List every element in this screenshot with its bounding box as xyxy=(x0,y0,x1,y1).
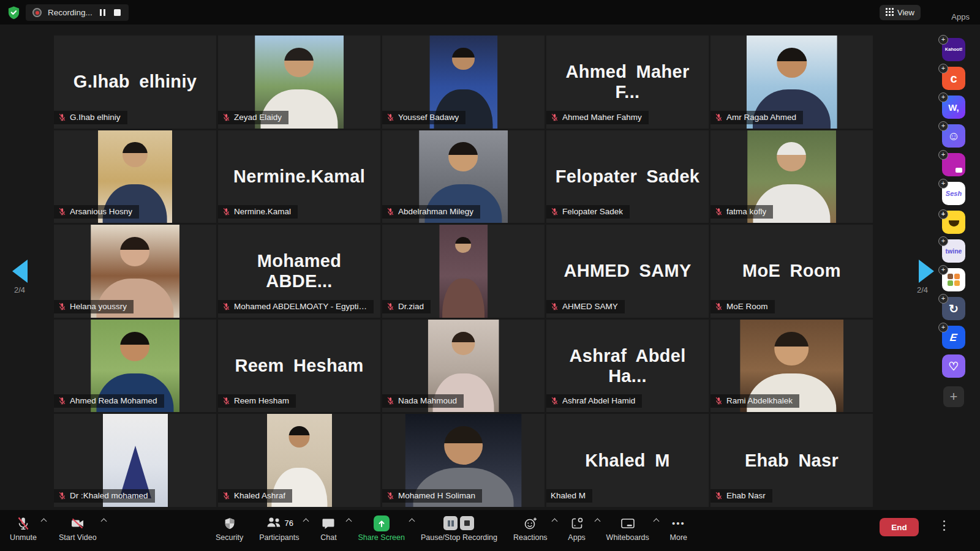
participant-tile[interactable]: Youssef Badawy xyxy=(382,36,545,129)
sidebar-app-laughing-emoji-icon[interactable] xyxy=(942,211,965,234)
top-bar: Recording... View Apps xyxy=(0,0,980,24)
participant-tile[interactable]: Khaled Ashraf xyxy=(218,414,380,507)
previous-page-arrow[interactable] xyxy=(12,260,28,283)
reactions-options-caret[interactable] xyxy=(551,519,557,525)
share-screen-button[interactable]: Share Screen xyxy=(358,510,404,542)
video-options-caret[interactable] xyxy=(100,519,107,525)
end-meeting-button[interactable]: End xyxy=(880,518,919,536)
participant-tile[interactable]: MoE Room MoE Room xyxy=(710,225,873,318)
participant-nameplate: Zeyad Elaidy xyxy=(218,111,288,124)
muted-mic-icon xyxy=(551,208,559,216)
unmute-options-caret[interactable] xyxy=(41,519,47,525)
muted-mic-icon xyxy=(715,397,723,405)
muted-mic-icon xyxy=(222,302,230,310)
participant-tile[interactable]: Mohamed H Soliman xyxy=(382,414,545,507)
participant-name-label: Mohamed ABDELMOATY - Egyptian Em... xyxy=(234,302,367,311)
participant-head xyxy=(775,332,809,366)
participant-tile[interactable]: Ashraf Abdel Ha... Ashraf Abdel Hamid xyxy=(546,320,709,413)
sidebar-app-wordwall-icon[interactable]: W, xyxy=(942,96,965,119)
participant-tile[interactable]: Ahmed Maher F... Ahmed Maher Fahmy xyxy=(546,36,709,129)
participant-tile[interactable]: AHMED SAMY AHMED SAMY xyxy=(546,225,709,318)
share-options-caret[interactable] xyxy=(409,519,415,525)
participant-tile[interactable]: Dr :Khaled mohamed xyxy=(54,414,216,507)
whiteboard-icon xyxy=(620,515,636,531)
participant-tile[interactable]: Felopater Sadek Felopater Sadek xyxy=(546,130,709,223)
participants-options-caret[interactable] xyxy=(303,519,309,525)
participant-head xyxy=(284,48,314,77)
start-video-label: Start Video xyxy=(59,533,97,542)
toolbar-kebab-menu-icon[interactable] xyxy=(943,520,945,522)
pause-recording-icon[interactable] xyxy=(443,516,458,530)
participant-tile[interactable]: Rami Abdelkhalek xyxy=(710,320,873,413)
muted-mic-icon xyxy=(551,113,559,121)
participant-tile[interactable]: Nermine.Kamal Nermine.Kamal xyxy=(218,130,380,223)
participant-tile[interactable]: Reem Hesham Reem Hesham xyxy=(218,320,380,413)
participant-name-label: Rami Abdelkhalek xyxy=(726,396,793,405)
participant-nameplate: Ashraf Abdel Hamid xyxy=(546,394,642,408)
chat-button[interactable]: Chat xyxy=(315,510,342,542)
more-ellipsis-icon: ••• xyxy=(672,515,685,531)
unmute-button[interactable]: Unmute xyxy=(10,510,37,542)
encryption-shield-icon[interactable] xyxy=(6,5,21,20)
participant-nameplate: Nada Mahmoud xyxy=(382,394,464,408)
sidebar-app-kahoot-icon[interactable]: Kahoot! xyxy=(942,38,965,61)
apps-button[interactable]: Apps xyxy=(564,510,590,542)
whiteboards-button[interactable]: Whiteboards xyxy=(606,510,649,542)
participant-name-label: MoE Room xyxy=(726,302,768,311)
chat-options-caret[interactable] xyxy=(346,519,352,525)
start-video-button[interactable]: Start Video xyxy=(59,510,97,542)
participant-tile[interactable]: Arsanious Hosny xyxy=(54,130,216,223)
security-button[interactable]: Security xyxy=(216,510,243,542)
muted-mic-icon xyxy=(386,113,394,121)
participant-tile[interactable]: Zeyad Elaidy xyxy=(218,36,380,129)
pause-recording-button[interactable] xyxy=(99,7,107,18)
muted-mic-icon xyxy=(386,208,394,216)
reactions-button[interactable]: Reactions xyxy=(513,510,548,542)
sidebar-app-twine-icon[interactable]: twine xyxy=(942,239,965,263)
share-screen-label: Share Screen xyxy=(358,533,404,542)
whiteboards-options-caret[interactable] xyxy=(653,519,659,525)
next-page-arrow[interactable] xyxy=(919,260,934,283)
add-app-button[interactable]: + xyxy=(943,386,964,407)
stop-recording-button[interactable] xyxy=(113,7,122,18)
sidebar-app-blue-e-icon[interactable]: E xyxy=(942,326,965,349)
pause-stop-recording-button[interactable]: Pause/Stop Recording xyxy=(421,510,497,542)
participant-tile[interactable]: fatma kofly xyxy=(710,130,873,223)
participant-tile[interactable]: Amr Ragab Ahmed xyxy=(710,36,873,129)
participant-tile[interactable]: Dr.ziad xyxy=(382,225,545,318)
participant-name-label: Dr :Khaled mohamed xyxy=(70,491,148,500)
apps-icon xyxy=(570,515,584,531)
participant-nameplate: Amr Ragab Ahmed xyxy=(710,111,803,124)
participants-button[interactable]: 76 Participants xyxy=(259,510,299,542)
participant-tile[interactable]: Khaled M Khaled M xyxy=(546,414,709,507)
view-button-label: View xyxy=(897,8,914,17)
sidebar-app-welo-icon[interactable]: ☺ xyxy=(942,124,965,148)
muted-mic-icon xyxy=(715,302,723,310)
sidebar-app-mosaic-icon[interactable] xyxy=(942,268,965,291)
recording-dot-icon xyxy=(32,8,42,17)
participant-tile[interactable]: Nada Mahmoud xyxy=(382,320,545,413)
participants-icon xyxy=(265,515,282,531)
participant-nameplate: Felopater Sadek xyxy=(546,205,630,219)
view-button[interactable]: View xyxy=(880,5,921,20)
more-button[interactable]: ••• More xyxy=(665,510,692,542)
stop-recording-icon[interactable] xyxy=(460,516,474,530)
participant-nameplate: Khaled M xyxy=(546,489,592,503)
sidebar-app-coda-icon[interactable]: c xyxy=(942,67,965,90)
participant-tile[interactable]: Ahmed Reda Mohamed xyxy=(54,320,216,413)
participant-tile[interactable]: Ehab Nasr Ehab Nasr xyxy=(710,414,873,507)
sidebar-app-heart-icon[interactable]: ♡ xyxy=(942,354,965,378)
more-label: More xyxy=(670,533,687,542)
participant-nameplate: Nermine.Kamal xyxy=(218,205,298,219)
apps-options-caret[interactable] xyxy=(594,519,600,525)
participant-nameplate: AHMED SAMY xyxy=(546,300,625,313)
participant-tile[interactable]: Helana youssry xyxy=(54,225,216,318)
participant-nameplate: Ahmed Reda Mohamed xyxy=(54,394,164,408)
sidebar-app-sync-icon[interactable]: ↻ xyxy=(942,297,965,320)
sidebar-app-sesh-icon[interactable]: Sesh xyxy=(942,182,965,205)
sidebar-app-warmly-icon[interactable] xyxy=(942,153,965,176)
muted-mic-icon xyxy=(715,492,723,500)
participant-tile[interactable]: G.Ihab elhiniy G.Ihab elhiniy xyxy=(54,36,216,129)
participant-tile[interactable]: Mohamed ABDE... Mohamed ABDELMOATY - Egy… xyxy=(218,225,380,318)
participant-tile[interactable]: Abdelrahman Milegy xyxy=(382,130,545,223)
